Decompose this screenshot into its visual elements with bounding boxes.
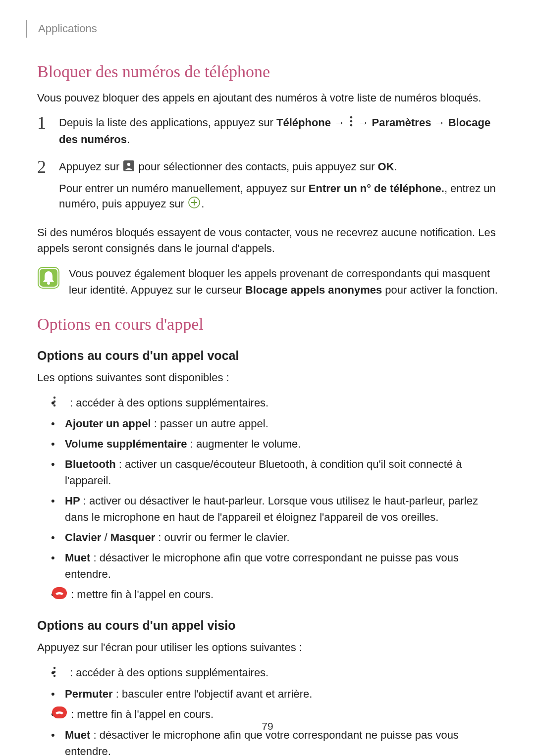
step-number: 2 [37,158,59,176]
intro-vocal: Les options suivantes sont disponibles : [37,370,498,386]
list-item: Bluetooth : activer un casque/écouteur B… [37,456,498,489]
label-blocage-anonymes: Blocage appels anonymes [245,284,382,296]
step-body: Appuyez sur pour sélectionner des contac… [59,159,498,218]
step-1: 1 Depuis la liste des applications, appu… [37,115,498,152]
text: : augmenter le volume. [187,438,301,450]
bell-note-icon [37,266,60,289]
note-block: Vous pouvez également bloquer les appels… [37,265,498,298]
text: : activer ou désactiver le haut-parleur.… [65,495,478,523]
text: : accéder à des options supplémentaires. [67,397,268,409]
svg-point-14 [54,404,55,406]
text: pour sélectionner des contacts, puis app… [135,160,377,173]
intro-text: Vous pouvez bloquer des appels en ajouta… [37,90,498,106]
contact-icon [123,160,134,176]
svg-point-1 [350,120,353,122]
text: : activer un casque/écouteur Bluetooth, … [65,458,462,487]
list-item: Clavier / Masquer : ouvrir ou fermer le … [37,529,498,546]
label-ok: OK [378,160,394,173]
list-item: : accéder à des options supplémentaires. [37,395,498,412]
text: : passer un autre appel. [151,417,268,430]
text: : désactiver le microphone afin que votr… [65,729,459,756]
breadcrumb-text: Applications [38,22,97,35]
list-item: Ajouter un appel : passer un autre appel… [37,415,498,432]
text: : mettre fin à l'appel en cours. [68,588,214,601]
label-parametres: Paramètres [372,116,431,129]
heading-options-appel: Options en cours d'appel [37,315,498,334]
list-item: Permuter : basculer entre l'objectif ava… [37,686,498,702]
options-visio-list: : accéder à des options supplémentaires.… [37,664,498,756]
text: / [101,531,110,544]
subheading-vocal: Options au cours d'un appel vocal [37,349,498,363]
arrow: → [431,116,448,129]
label-telephone: Téléphone [276,116,331,129]
text: Depuis la liste des applications, appuye… [59,116,276,129]
heading-block-numbers: Bloquer des numéros de téléphone [37,62,498,81]
svg-point-13 [54,401,55,403]
text: : désactiver le microphone afin que votr… [65,552,459,580]
svg-point-16 [54,666,55,668]
list-item: Volume supplémentaire : augmenter le vol… [37,436,498,452]
after-steps-text: Si des numéros bloqués essayent de vous … [37,225,498,256]
text: . [394,160,397,173]
svg-point-2 [350,124,353,126]
label: Masquer [110,531,155,544]
note-text: Vous pouvez également bloquer les appels… [69,265,498,298]
label: Bluetooth [65,458,116,470]
step-body: Depuis la liste des applications, appuye… [59,115,498,152]
step-2: 2 Appuyez sur pour sélectionner des cont… [37,159,498,218]
svg-point-12 [54,397,55,399]
svg-point-18 [54,674,55,676]
more-vert-icon [349,115,354,132]
end-call-icon [66,587,67,604]
svg-point-11 [47,282,50,285]
text: : ouvrir ou fermer le clavier. [155,531,289,544]
label: HP [65,495,80,507]
text: : mettre fin à l'appel en cours. [68,708,214,720]
svg-point-17 [54,670,55,672]
list-item: : accéder à des options supplémentaires. [37,664,498,682]
text: . [201,198,204,210]
options-vocal-list: : accéder à des options supplémentaires.… [37,395,498,604]
subheading-visio: Options au cours d'un appel visio [37,618,498,633]
text: : accéder à des options supplémentaires. [67,666,268,679]
breadcrumb: Applications [26,20,498,38]
page-number: 79 [0,720,535,732]
label-entrer-numero: Entrer un n° de téléphone. [309,182,444,195]
text: : basculer entre l'objectif avant et arr… [113,688,313,700]
arrow: → [355,116,372,129]
label: Permuter [65,688,113,700]
text: . [127,133,130,146]
text: Appuyez sur [59,160,122,173]
svg-point-4 [127,162,130,165]
plus-circle-icon [188,197,200,213]
label: Muet [65,552,90,564]
arrow: → [331,116,348,129]
label: Volume supplémentaire [65,438,187,450]
list-item: HP : activer ou désactiver le haut-parle… [37,493,498,525]
label: Clavier [65,531,101,544]
label: Ajouter un appel [65,417,151,430]
text: pour activer la fonction. [382,284,498,296]
svg-point-0 [350,116,353,118]
step-number: 1 [37,114,59,132]
intro-visio: Appuyez sur l'écran pour utiliser les op… [37,640,498,655]
list-item: : mettre fin à l'appel en cours. [37,586,498,604]
list-item: Muet : désactiver le microphone afin que… [37,550,498,582]
text: Pour entrer un numéro manuellement, appu… [59,182,309,195]
